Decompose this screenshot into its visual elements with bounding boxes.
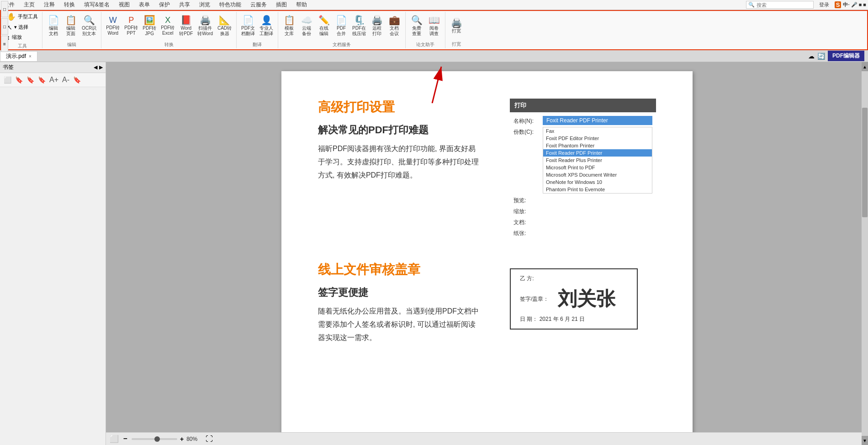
- menu-browse[interactable]: 浏览: [197, 0, 212, 10]
- doc-meeting-btn[interactable]: 💼 文档会议: [386, 12, 402, 40]
- sidebar-content[interactable]: □ □ ≡: [0, 87, 106, 445]
- menu-home[interactable]: 主页: [22, 0, 37, 10]
- printer-ms-xps[interactable]: Microsoft XPS Document Writer: [543, 171, 652, 178]
- printer-foxit-reader[interactable]: Foxit Reader PDF Printer: [543, 149, 652, 157]
- online-compress-btn[interactable]: 🗜️ PDF在线压缩: [350, 12, 368, 40]
- menu-bar: 文件 主页 注释 转换 填写&签名 视图 表单 保护 共享 浏览 特色功能 云服…: [0, 0, 868, 10]
- printer-ms-pdf[interactable]: Microsoft Print to PDF: [543, 164, 652, 171]
- word-pdf-label: Word转PDF: [179, 26, 193, 37]
- pdf-to-ppt-btn[interactable]: P PDF转PPT: [122, 12, 140, 40]
- menu-cloud[interactable]: 云服务: [249, 0, 269, 10]
- scale-label: 缩放:: [513, 206, 541, 215]
- menu-sign[interactable]: 填写&签名: [82, 0, 111, 10]
- check-dup-btn[interactable]: 🔍 免费查重: [408, 12, 425, 40]
- sidebar-nav-prev[interactable]: ◀: [94, 64, 97, 70]
- sidebar-title: 书签: [3, 63, 14, 71]
- printer-foxit-editor[interactable]: Foxit PDF Editor Printer: [543, 135, 652, 142]
- sidebar-tool-7[interactable]: 🔖: [72, 75, 82, 84]
- sidebar-tool-5[interactable]: A+: [48, 75, 59, 85]
- section1-subtitle: 解决常见的PDF打印难题: [318, 123, 492, 137]
- edit-page-btn[interactable]: 📋 编辑页面: [63, 12, 79, 40]
- printer-phantom-evernote[interactable]: Phantom Print to Evernote: [543, 186, 652, 193]
- check-dup-icon: 🔍: [411, 16, 423, 25]
- sidebar: 书签 ◀ ▶ ⬜ 🔖 🔖 🔖 A+ A- 🔖 □ □: [0, 62, 106, 445]
- hand-tool-label: 手型工具: [18, 13, 38, 20]
- bottom-zoom-bar: ⬜ － + 80% ⛶: [106, 432, 862, 445]
- zoom-slider[interactable]: [132, 438, 177, 440]
- menu-protect[interactable]: 保护: [157, 0, 172, 10]
- pdf-translate-btn[interactable]: 📄 PDF文档翻译: [239, 12, 257, 40]
- ocr-btn[interactable]: 🔍 OCR识别文本: [80, 12, 98, 40]
- sidebar-tool-6[interactable]: A-: [61, 75, 70, 85]
- template-btn[interactable]: 📋 模板文库: [281, 12, 297, 40]
- ocr-label: OCR识别文本: [82, 26, 96, 37]
- zoom-thumb[interactable]: [154, 436, 160, 442]
- edit-doc-btn[interactable]: 📄 编辑文档: [45, 12, 62, 40]
- zoom-btn[interactable]: ↕ 缩放: [5, 33, 39, 42]
- pdf-to-jpg-btn[interactable]: 🖼️ PDF转JPG: [141, 12, 158, 40]
- hand-tool-btn[interactable]: ✋ 手型工具: [5, 11, 39, 22]
- reading-survey-btn[interactable]: 📖 阅卷调查: [426, 12, 442, 40]
- section1-title: 高级打印设置: [318, 99, 492, 116]
- sogou-s-icon: S: [835, 1, 842, 8]
- word-pdf-icon: 📕: [180, 16, 192, 25]
- scroll-down-btn[interactable]: ▼: [862, 436, 868, 445]
- online-edit-btn[interactable]: ✏️ 在线编辑: [316, 12, 332, 40]
- scroll-thumb[interactable]: [862, 108, 868, 217]
- print-section-label: 打宽: [452, 41, 461, 47]
- convert-section: W PDF转Word P PDF转PPT 🖼️ PDF转JPG X PDF转Ex…: [101, 12, 237, 48]
- scan-to-word-btn[interactable]: 🖨️ 扫描件转Word: [196, 12, 215, 40]
- printer-list[interactable]: Fax Foxit PDF Editor Printer Foxit Phant…: [543, 127, 652, 194]
- pro-translate-btn[interactable]: 👤 专业人工翻译: [258, 12, 275, 40]
- menu-feature[interactable]: 特色功能: [217, 0, 243, 10]
- printer-name-row: 名称(N): Foxit Reader PDF Printer: [513, 116, 652, 125]
- content-area[interactable]: 高级打印设置 解决常见的PDF打印难题 福昕PDF阅读器拥有强大的打印功能, 界…: [106, 62, 868, 445]
- translate-buttons: 📄 PDF文档翻译 👤 专业人工翻译: [239, 12, 275, 40]
- scale-row: 缩放:: [513, 206, 652, 215]
- menu-view[interactable]: 视图: [117, 0, 132, 10]
- online-edit-label: 在线编辑: [319, 26, 328, 37]
- print-dialog-title: 打印: [510, 99, 656, 112]
- menu-comment[interactable]: 注释: [42, 0, 57, 10]
- template-icon: 📋: [284, 16, 295, 25]
- printer-selected[interactable]: Foxit Reader PDF Printer: [543, 116, 652, 125]
- remote-print-btn[interactable]: 🖨️ 远程打印: [369, 12, 385, 40]
- menu-share[interactable]: 共享: [177, 0, 192, 10]
- print-btn[interactable]: 🖨️ 打宽: [448, 13, 465, 39]
- printer-foxit-plus[interactable]: Foxit Reader Plus Printer: [543, 157, 652, 164]
- zoom-minus-btn[interactable]: －: [122, 434, 129, 444]
- printer-list-row: 份数(C): Fax Foxit PDF Editor Printer Foxi…: [513, 127, 652, 194]
- thumbnail-icon[interactable]: ⬜: [110, 435, 119, 443]
- search-input[interactable]: [757, 2, 811, 8]
- cloud-backup-btn[interactable]: ☁️ 云端备份: [298, 12, 315, 40]
- menu-media[interactable]: 插图: [274, 0, 289, 10]
- select-btn[interactable]: ↖ ▾ 选择: [5, 23, 39, 32]
- fullscreen-btn[interactable]: ⛶: [206, 435, 213, 443]
- menu-convert[interactable]: 转换: [62, 0, 77, 10]
- pdf-editor-label[interactable]: PDF编辑器: [828, 51, 864, 61]
- pdf-word-icon: W: [109, 16, 117, 24]
- tab-close-btn[interactable]: ×: [29, 54, 32, 59]
- login-btn[interactable]: 登录: [819, 1, 829, 8]
- pro-translate-label: 专业人工翻译: [259, 26, 273, 37]
- sidebar-tool-1[interactable]: ⬜: [3, 75, 12, 84]
- word-to-pdf-btn[interactable]: 📕 Word转PDF: [177, 12, 195, 40]
- sidebar-nav-next[interactable]: ▶: [99, 64, 103, 70]
- pdf-merge-btn[interactable]: 📄 PDF合并: [333, 12, 349, 40]
- scroll-up-btn[interactable]: ▲: [862, 62, 868, 71]
- pdf-to-word-btn[interactable]: W PDF转Word: [104, 12, 122, 40]
- academic-buttons: 🔍 免费查重 📖 阅卷调查: [408, 12, 442, 40]
- menu-form[interactable]: 表单: [137, 0, 152, 10]
- printer-foxit-phantom[interactable]: Foxit Phantom Printer: [543, 142, 652, 149]
- printer-fax[interactable]: Fax: [543, 127, 652, 135]
- sidebar-tool-2[interactable]: 🔖: [14, 75, 24, 84]
- vertical-scrollbar[interactable]: ▲ ▼: [862, 62, 868, 445]
- sidebar-tool-4[interactable]: 🔖: [37, 75, 47, 84]
- cad-convert-btn[interactable]: 📐 CAD转换器: [216, 12, 233, 40]
- menu-help[interactable]: 帮助: [294, 0, 309, 10]
- printer-onenote[interactable]: OneNote for Windows 10: [543, 178, 652, 186]
- zoom-plus-btn[interactable]: +: [180, 435, 184, 443]
- pdf-to-excel-btn[interactable]: X PDF转Excel: [159, 12, 176, 40]
- sidebar-tool-3[interactable]: 🔖: [26, 75, 35, 84]
- section1: 高级打印设置 解决常见的PDF打印难题 福昕PDF阅读器拥有强大的打印功能, 界…: [318, 99, 656, 243]
